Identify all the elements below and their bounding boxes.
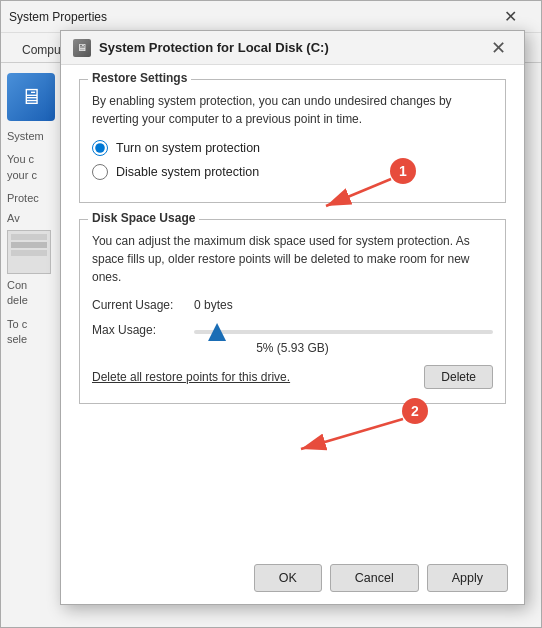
current-usage-label: Current Usage: xyxy=(92,298,182,312)
delete-restore-points-text: Delete all restore points for this drive… xyxy=(92,370,290,384)
sidebar-text: System You c your c Protec Av Con dele T… xyxy=(7,129,60,348)
computer-icon: 🖥 xyxy=(20,84,42,110)
modal-title-icon: 🖥 xyxy=(73,39,91,57)
disable-label[interactable]: Disable system protection xyxy=(116,165,259,179)
max-usage-slider[interactable] xyxy=(194,330,493,334)
outer-close-button[interactable]: ✕ xyxy=(487,1,533,33)
slider-percent-label: 5% (5.93 GB) xyxy=(92,341,493,355)
turn-on-label[interactable]: Turn on system protection xyxy=(116,141,260,155)
disable-radio[interactable] xyxy=(92,164,108,180)
outer-titlebar: System Properties ✕ xyxy=(1,1,541,33)
modal-close-button[interactable]: ✕ xyxy=(484,34,512,62)
drive-list-sidebar xyxy=(7,230,51,274)
modal-footer: OK Cancel Apply xyxy=(254,564,508,592)
outer-window-title: System Properties xyxy=(9,10,487,24)
slider-wrapper xyxy=(194,322,493,337)
monitor-icon: 🖥 xyxy=(77,42,87,53)
modal-dialog: 🖥 System Protection for Local Disk (C:) … xyxy=(60,30,525,605)
turn-on-radio[interactable] xyxy=(92,140,108,156)
restore-description: By enabling system protection, you can u… xyxy=(92,92,493,128)
disable-radio-row: Disable system protection xyxy=(92,164,493,180)
current-usage-value: 0 bytes xyxy=(194,298,233,312)
current-usage-row: Current Usage: 0 bytes xyxy=(92,298,493,312)
sidebar-icon: 🖥 xyxy=(7,73,55,121)
apply-button[interactable]: Apply xyxy=(427,564,508,592)
outer-sidebar: 🖥 System You c your c Protec Av Con dele… xyxy=(1,63,66,627)
restore-settings-legend: Restore Settings xyxy=(88,71,191,85)
delete-row: Delete all restore points for this drive… xyxy=(92,365,493,389)
ok-button[interactable]: OK xyxy=(254,564,322,592)
turn-on-radio-row: Turn on system protection xyxy=(92,140,493,156)
disk-space-legend: Disk Space Usage xyxy=(88,211,199,225)
disk-description: You can adjust the maximum disk space us… xyxy=(92,232,493,286)
cancel-button[interactable]: Cancel xyxy=(330,564,419,592)
max-usage-label: Max Usage: xyxy=(92,323,182,337)
disk-space-section: Disk Space Usage You can adjust the maxi… xyxy=(79,219,506,404)
modal-titlebar: 🖥 System Protection for Local Disk (C:) … xyxy=(61,31,524,65)
modal-title: System Protection for Local Disk (C:) xyxy=(99,40,484,55)
max-usage-slider-row: Max Usage: xyxy=(92,322,493,337)
modal-body: Restore Settings By enabling system prot… xyxy=(61,65,524,434)
delete-button[interactable]: Delete xyxy=(424,365,493,389)
restore-settings-section: Restore Settings By enabling system prot… xyxy=(79,79,506,203)
